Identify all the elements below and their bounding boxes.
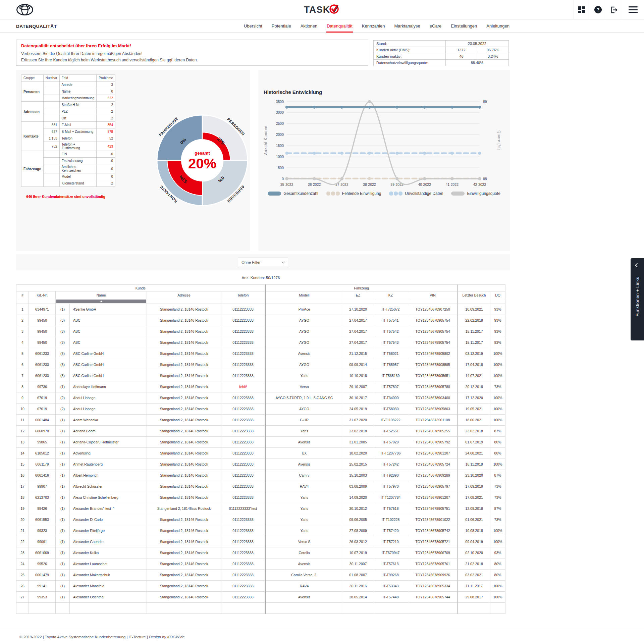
fq-nutzbar: 627 — [43, 128, 59, 135]
nav-item-datenqualit-t[interactable]: Datenqualität — [326, 20, 353, 33]
column-header-#[interactable]: # — [16, 291, 29, 299]
nav-item-potentiale[interactable]: Potentiale — [271, 20, 291, 33]
logout-icon[interactable] — [606, 0, 622, 19]
apps-grid-icon[interactable] — [574, 0, 590, 19]
table-row[interactable]: 76061233(3)ABC Carline GmbHStangenland 2… — [16, 370, 505, 381]
cell: 73% — [490, 514, 505, 525]
cell: 09.09.2014 — [343, 359, 373, 370]
nav-item-aktionen[interactable]: Aktionen — [300, 20, 318, 33]
table-row[interactable]: 186213703(1)Alexa Christine Schellenberg… — [16, 492, 505, 503]
column-header-vin[interactable]: VIN — [408, 291, 458, 299]
cell: 80% — [490, 570, 505, 581]
notice-line-1: Verbessern Sie die Qualität Ihrer Daten … — [21, 51, 363, 57]
cell: AYGO — [265, 359, 343, 370]
table-row[interactable]: 967619(2)Abdul HohageStangenland 2, 1814… — [16, 392, 505, 404]
cell: ABC — [70, 315, 147, 326]
stats-row: Stand:23.05.2022 — [374, 41, 509, 47]
table-row[interactable]: 16344971(1)4Senke GmbHStangenland 2, 181… — [16, 304, 505, 315]
cell: (1) — [56, 481, 70, 492]
cell: 21.12.2015 — [343, 348, 373, 359]
column-header-dq[interactable]: DQ — [490, 291, 505, 299]
cell: 100% — [490, 348, 505, 359]
cell: Yaris — [265, 503, 343, 514]
cell: TOY12345678905334 — [408, 581, 458, 592]
cell: 14.07.2021 — [458, 370, 490, 381]
nav-item-ecare[interactable]: eCare — [429, 20, 442, 33]
column-header-modell[interactable]: Modell — [265, 291, 343, 299]
cell: Stangenland 2, 18146 Rostock — [147, 492, 221, 503]
svg-text:?: ? — [596, 7, 599, 12]
table-row[interactable]: 2299091(1)Alexander GoehrkeStangenland 2… — [16, 536, 505, 547]
donut-center-label: gesamt — [195, 151, 210, 156]
cell: 22.02.2018 — [458, 315, 490, 326]
nav-item-einstellungen[interactable]: Einstellungen — [450, 20, 477, 33]
series-point — [285, 152, 288, 155]
cell: 29.10.2007 — [343, 381, 373, 392]
fq-nutzbar: 851 — [43, 122, 59, 128]
fq-feld: Marketingzustimmung — [59, 95, 97, 102]
column-header-kz[interactable]: KZ — [373, 291, 408, 299]
cell: Stangenland 2, 18146 Rostock — [147, 348, 221, 359]
svg-text:3000: 3000 — [276, 110, 284, 114]
functions-links-tab[interactable]: Funktionen + Links — [631, 258, 644, 340]
table-row[interactable]: 1999426(1)Alexander Brandes" test="Stang… — [16, 503, 505, 514]
column-header-ez[interactable]: EZ — [343, 291, 373, 299]
table-row[interactable]: 256061479(1)Alexander MakartschukStangen… — [16, 570, 505, 581]
column-header-name[interactable]: Name — [56, 291, 147, 299]
table-row[interactable]: 299450(3)ABCStangenland 2, 18146 Rostock… — [16, 315, 505, 326]
cell — [265, 603, 343, 614]
table-row[interactable]: 1067619(2)Abdul HohageStangenland 2, 181… — [16, 404, 505, 415]
table-row[interactable]: 56061233(3)ABC Carline GmbHStangenland 2… — [16, 348, 505, 359]
table-row[interactable]: 499450(3)ABCStangenland 2, 18146 Rostock… — [16, 337, 505, 348]
table-row[interactable]: 66061233(3)ABC Carline GmbHStangenland 2… — [16, 359, 505, 370]
column-header-kd-nr-[interactable]: Kd.-Nr. — [29, 291, 56, 299]
table-row[interactable]: 2699141(1)Alexander MansfeldStangenland … — [16, 581, 505, 592]
table-row[interactable]: 206061553(1)Alexander Di CarloStangenlan… — [16, 514, 505, 525]
table-row[interactable]: 116061484(1)Adam WandakaStangenland 2, 1… — [16, 415, 505, 426]
cell: (1) — [56, 470, 70, 481]
table-row[interactable]: 2499526(1)Alexander LauruschatStangenlan… — [16, 558, 505, 570]
filter-select[interactable]: Ohne Filter — [238, 258, 288, 267]
help-icon[interactable]: ? — [590, 0, 606, 19]
column-header-telefon[interactable]: Telefon — [221, 291, 265, 299]
hamburger-menu-icon[interactable] — [622, 0, 644, 19]
fq-nutzbar — [43, 173, 59, 180]
table-row[interactable]: 1399865(1)Adriana-Cojocaru HofmeisterSta… — [16, 437, 505, 448]
table-row[interactable]: 2799353(1)Alexander OdenthalStangenland … — [16, 592, 505, 603]
cell: 6061233 — [29, 359, 56, 370]
cell: Albert Hemprich — [70, 470, 147, 481]
table-row[interactable]: 166061416(1)Albert HemprichStangenland 2… — [16, 470, 505, 481]
table-row[interactable]: 2199323(1)Alexander EiteljörgeStangenlan… — [16, 525, 505, 536]
cell: Avensis — [265, 437, 343, 448]
table-row[interactable]: 236061069(1)Alexander KulkaStangenland 2… — [16, 547, 505, 558]
series-point — [395, 106, 398, 109]
nav-item--bersicht[interactable]: Übersicht — [244, 20, 263, 33]
table-row[interactable]: 126060970(1)Adriana BöhmStangenland 2, 1… — [16, 426, 505, 437]
group-header-kunde: Kunde — [16, 285, 265, 291]
cell: Stangenland 2, 18146 Rostock — [147, 581, 221, 592]
cell: 6 — [16, 359, 29, 370]
nav-item-kennzahlen[interactable]: Kennzahlen — [362, 20, 385, 33]
table-row-partial — [16, 603, 505, 614]
cell: (1) — [56, 459, 70, 470]
nav-item-anleitungen[interactable]: Anleitungen — [486, 20, 510, 33]
nav-item-marktanalyse[interactable]: Marktanalyse — [394, 20, 421, 33]
table-row[interactable]: 1799907(1)Albrecht SchüsslerStangenland … — [16, 481, 505, 492]
cell: (1) — [56, 304, 70, 315]
table-row[interactable]: 156061179(1)Ahmet RautenbergStangenland … — [16, 459, 505, 470]
cell: (1) — [56, 592, 70, 603]
functions-links-label: Funktionen + Links — [635, 277, 640, 316]
filter-cell — [16, 299, 29, 304]
column-header-letzter-besuch[interactable]: Letzter Besuch — [458, 291, 490, 299]
fq-feld: Model — [59, 173, 97, 180]
legend-item: Einwilligungsquote — [451, 191, 500, 196]
table-row[interactable]: 146185012(1)AdvertisingStangenland 2, 18… — [16, 448, 505, 459]
table-row[interactable]: 899736(1)Abdoulaye HoffmannStangenland 2… — [16, 381, 505, 392]
cell: AYGO 5-TÜRER, 1.0 L, 5-GANG SC — [265, 392, 343, 404]
filter-cell — [265, 299, 343, 304]
chart-legend: GesamtkundenzahlFehlende EinwilligungUnv… — [258, 191, 510, 196]
name-sort-indicator[interactable] — [56, 300, 146, 303]
table-row[interactable]: 399450(3)ABCStangenland 2, 18146 Rostock… — [16, 326, 505, 337]
column-header-adresse[interactable]: Adresse — [147, 291, 221, 299]
filter-cell — [343, 299, 373, 304]
